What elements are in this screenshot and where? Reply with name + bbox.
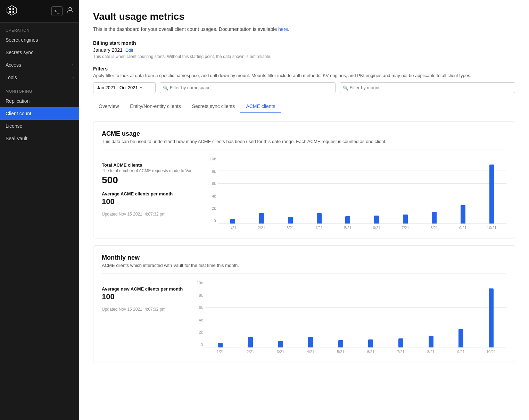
avg-new-label: Average new ACME clients per month [102,286,183,292]
date-range-select[interactable]: Jan 2021 - Oct 2021 ▾ [93,82,156,93]
avg-acme-value: 100 [102,197,196,206]
bars-and-grid-2 [205,281,506,347]
sidebar-section-label-operation: Operation [0,23,79,34]
bar [230,219,235,224]
x-axis-labels-2: 1/212/213/214/215/216/217/218/219/2110/2… [205,348,506,354]
x-axis-label: 7/21 [387,350,415,354]
namespace-filter-input[interactable] [160,82,336,93]
monthly-chart-area: 0 2k 4k 6k 8k 10k [194,281,506,354]
bar-group [237,337,265,347]
bar [398,338,403,347]
total-acme-value: 500 [102,175,196,186]
sidebar-item-label: Access [6,62,21,68]
bar-group [297,337,325,347]
sidebar-item-secret-engines[interactable]: Secret engines [0,34,79,46]
sidebar-item-replication[interactable]: Replication [0,95,79,107]
monthly-new-description: ACME clients which interacted with Vault… [102,263,506,274]
bar [489,165,494,224]
mount-filter-wrap: 🔍 [340,82,515,93]
bars-container [218,157,506,224]
sidebar-item-label: License [6,123,22,129]
bar-group [248,213,275,224]
mount-filter-input[interactable] [340,82,515,93]
total-acme-label: Total ACME clients [102,162,196,168]
sidebar-item-client-count[interactable]: Client count [0,107,79,120]
vault-logo[interactable] [6,4,18,18]
filter-row: Jan 2021 - Oct 2021 ▾ 🔍 🔍 [93,82,515,93]
page-title: Vault usage metrics [93,11,515,22]
bar-group [357,339,385,347]
bar [458,329,463,347]
tab-overview[interactable]: Overview [93,100,124,113]
sidebar-header: >_ [0,0,79,23]
svg-point-6 [69,7,72,10]
x-axis-label: 10/21 [478,226,505,230]
bar-group [392,215,419,224]
svg-rect-4 [9,11,11,13]
bar [461,205,465,224]
avg-new-value: 100 [102,292,183,301]
terminal-button[interactable]: >_ [51,6,63,16]
avg-acme-label: Average ACME clients per month [102,191,196,196]
tab-entity-non-entity[interactable]: Entity/Non-entity clients [124,100,186,113]
bar [432,212,437,224]
bar [248,337,253,347]
y-axis-labels: 0 2k 4k 6k 8k 10k [207,157,218,230]
sidebar: >_ Operation Secret engines Secrets sync… [0,0,79,420]
x-axis-label: 3/21 [277,226,304,230]
x-axis-label: 9/21 [447,350,475,354]
tab-secrets-sync-clients[interactable]: Secrets sync clients [187,100,241,113]
x-axis-label: 4/21 [306,226,332,230]
filters-description: Apply filter to look at data from a spec… [93,73,515,78]
sidebar-section-operation: Operation Secret engines Secrets sync Ac… [0,23,79,84]
date-range-value: Jan 2021 - Oct 2021 [97,85,138,90]
x-axis-label: 4/21 [297,350,325,354]
billing-section-title: Billing start month [93,40,515,46]
bar-group [363,216,390,224]
acme-chart-updated: Updated Nov 15 2021, 4:07:32 pm [102,212,196,217]
doc-link[interactable]: here [278,26,288,32]
chevron-right-icon: › [72,62,74,67]
sidebar-item-secrets-sync[interactable]: Secrets sync [0,46,79,59]
billing-edit-link[interactable]: Edit [125,48,133,53]
bar-group [477,288,505,347]
sidebar-item-access[interactable]: Access › [0,59,79,71]
user-icon[interactable] [67,6,74,16]
acme-usage-description: This data can be used to understand how … [102,139,506,150]
total-acme-description: The total number of ACME requests made t… [102,168,196,173]
sidebar-item-seal-vault[interactable]: Seal Vault [0,132,79,145]
x-axis-label: 8/21 [417,350,445,354]
bar-group [387,338,415,347]
acme-usage-card: ACME usage This data can be used to unde… [93,121,515,238]
billing-note: This date is when client counting starts… [93,54,515,59]
x-axis-label: 1/21 [220,226,246,230]
chart-body: 1/212/213/214/215/216/217/218/219/2110/2… [218,157,506,230]
search-icon: 🔍 [343,85,348,90]
x-axis-label: 6/21 [363,226,390,230]
billing-section: Billing start month January 2021 Edit Th… [93,40,515,59]
billing-start-row: January 2021 Edit [93,47,515,53]
sidebar-item-label: Tools [6,75,17,80]
x-axis-label: 8/21 [421,226,448,230]
svg-rect-0 [6,4,18,17]
sidebar-item-license[interactable]: License [0,120,79,132]
bar [278,341,283,347]
billing-start-month: January 2021 [93,47,123,53]
x-axis-label: 10/21 [477,350,505,354]
monthly-new-chart-layout: Average new ACME clients per month 100 U… [102,281,506,354]
monthly-new-card: Monthly new ACME clients which interacte… [93,245,515,362]
x-axis-label: 5/21 [334,226,361,230]
bar-group [417,336,445,347]
sidebar-item-tools[interactable]: Tools › [0,71,79,84]
namespace-filter-wrap: 🔍 [160,82,336,93]
bar [218,343,223,347]
acme-chart-area: 0 2k 4k 6k 8k 10k [207,157,506,230]
tab-acme-clients[interactable]: ACME clients [240,100,281,113]
bar-group [449,205,476,224]
bar-group [421,212,448,224]
bar-group [206,343,234,347]
x-axis-label: 7/21 [392,226,419,230]
bar [288,217,293,224]
bar [317,213,322,224]
bar [403,215,408,224]
